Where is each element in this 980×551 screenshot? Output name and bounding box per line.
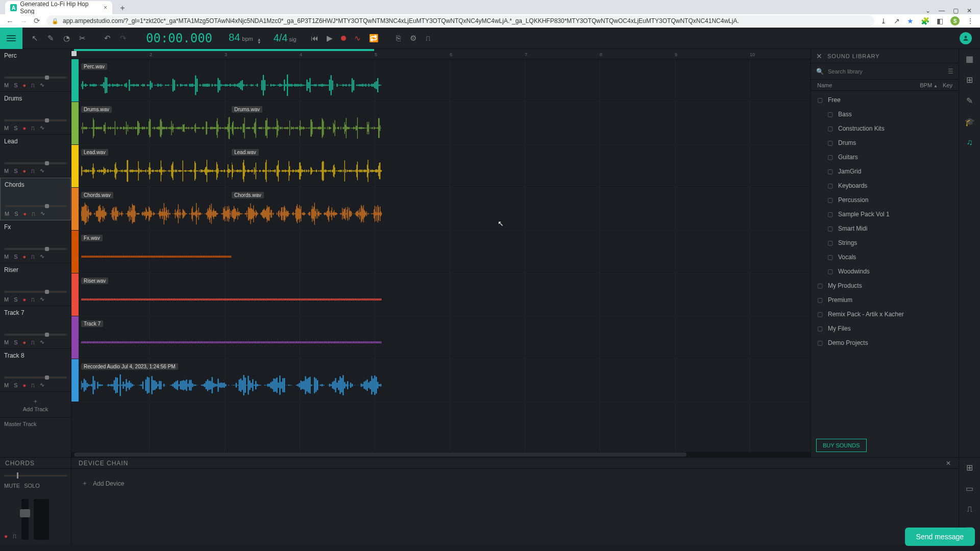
mute-button[interactable]: M [4,296,9,303]
library-folder[interactable]: ▢Smart Midi [811,221,959,236]
track-header[interactable]: Fx M S ● ⎍ ∿ [0,220,71,263]
mute-button[interactable]: M [4,339,9,345]
maximize-icon[interactable]: ▢ [953,7,959,14]
audio-clip[interactable]: Fx.wav [81,244,232,269]
rail-icon-2[interactable]: ⊞ [966,75,973,85]
automation-icon[interactable]: ∿ [354,34,361,43]
automation-icon[interactable]: ∿ [40,253,44,260]
volume-fader[interactable] [21,499,29,540]
solo-button[interactable]: S [14,125,17,131]
timeline[interactable]: 2345678910 Perc.wavDrums.wavDrums.wavLea… [71,49,811,457]
library-tree[interactable]: ▢Free▢Bass▢Construction Kits▢Drums▢Guita… [811,91,959,434]
mixer-icon[interactable]: ⎍ [426,34,430,42]
automation-icon[interactable]: ∿ [40,82,44,88]
track-lane[interactable]: Recorded Audio Jul 4, 2023, 1:24:56 PM [71,359,811,402]
arm-record-icon[interactable]: ● [23,82,27,88]
lane-content[interactable]: Track 7 [79,316,811,359]
rail-icon-4[interactable]: 🎓 [965,117,975,127]
audio-clip[interactable]: Chords.wav [232,201,382,227]
audio-clip[interactable]: Chords.wav [81,201,232,227]
track-header[interactable]: Perc M S ● ⎍ ∿ [0,49,71,92]
arm-record-icon[interactable]: ● [23,296,27,303]
scissors-tool-icon[interactable]: ✂ [79,34,86,43]
track-lane[interactable]: Lead.wavLead.wav [71,145,811,188]
library-folder[interactable]: ▢Drums [811,136,959,150]
buy-sounds-button[interactable]: BUY SOUNDS [816,439,867,452]
arm-record-icon[interactable]: ● [23,382,27,388]
track-volume-slider[interactable] [5,205,66,207]
browser-tab[interactable]: A Generated Lo-Fi Hip Hop Song × [5,1,112,14]
mute-button[interactable]: M [4,125,9,131]
audio-clip[interactable]: Perc.wav [81,72,382,98]
eq-icon[interactable]: ⎍ [13,533,16,540]
add-device-button[interactable]: ＋ Add Device [82,479,948,488]
track-header[interactable]: Lead M S ● ⎍ ∿ [0,135,71,178]
library-folder[interactable]: ▢My Files [811,321,959,336]
record-button[interactable] [341,36,346,41]
track-lane[interactable]: Perc.wav [71,59,811,102]
mute-button[interactable]: M [4,382,9,388]
library-folder[interactable]: ▢Guitars [811,150,959,164]
track-lane[interactable]: Fx.wav [71,231,811,273]
eq-icon[interactable]: ⎍ [31,125,35,131]
library-folder[interactable]: ▢Remix Pack - Artik x Kacher [811,307,959,321]
user-avatar[interactable] [960,32,972,44]
eq-icon[interactable]: ⎍ [31,168,35,174]
lane-content[interactable]: Lead.wavLead.wav [79,145,811,187]
loop-region[interactable] [74,49,374,51]
extensions-icon[interactable]: 🧩 [921,17,929,25]
tracks-area[interactable]: Perc.wavDrums.wavDrums.wavLead.wavLead.w… [71,59,811,457]
arm-record-icon[interactable]: ● [23,254,27,260]
chevron-down-icon[interactable]: ⌄ [925,7,930,14]
tool-b-icon[interactable]: ⚙ [410,34,416,43]
library-folder[interactable]: ▢Sample Pack Vol 1 [811,207,959,221]
track-lane[interactable]: Riser.wav [71,273,811,316]
minimize-icon[interactable]: — [939,7,945,14]
audio-clip[interactable]: Recorded Audio Jul 4, 2023, 1:24:56 PM [81,372,382,398]
automation-icon[interactable]: ∿ [40,167,44,174]
track-header[interactable]: Drums M S ● ⎍ ∿ [0,92,71,135]
library-folder[interactable]: ▢Keyboards [811,179,959,193]
profile-avatar[interactable]: S [950,16,960,26]
lane-content[interactable]: Fx.wav [79,231,811,273]
forward-button[interactable]: → [20,17,28,26]
share-icon[interactable]: ↗ [894,17,900,25]
automation-icon[interactable]: ∿ [40,296,44,303]
track-volume-slider[interactable] [4,119,67,121]
rewind-button[interactable]: ⏮ [311,34,318,42]
eq-icon[interactable]: ⎍ [31,296,35,303]
arm-record-icon[interactable]: ● [23,125,27,131]
arm-record-icon[interactable]: ● [4,533,8,540]
send-message-button[interactable]: Send message [905,528,975,546]
eq-icon[interactable]: ⎍ [32,211,35,217]
solo-button[interactable]: S [14,168,17,174]
lane-content[interactable]: Recorded Audio Jul 4, 2023, 1:24:56 PM [79,359,811,402]
track-volume-slider[interactable] [4,291,67,293]
eq-icon[interactable]: ⎍ [31,382,35,388]
audio-clip[interactable]: Lead.wav [232,158,382,184]
track-header[interactable]: Track 8 M S ● ⎍ ∿ [0,349,71,392]
track-volume-slider[interactable] [4,77,67,79]
solo-button[interactable]: S [14,296,17,303]
tool-a-icon[interactable]: ⎘ [396,34,401,42]
solo-button[interactable]: S [14,82,17,88]
solo-button[interactable]: S [14,339,17,345]
pan-slider[interactable] [4,475,67,477]
mute-button[interactable]: M [4,168,9,174]
audio-clip[interactable]: Drums.wav [81,115,232,141]
track-lane[interactable]: Chords.wavChords.wav [71,188,811,231]
audio-clip[interactable]: Riser.wav [81,287,382,312]
arm-record-icon[interactable]: ● [23,168,27,174]
pencil-tool-icon[interactable]: ✎ [47,34,54,43]
back-button[interactable]: ← [6,17,14,26]
bpm-display[interactable]: 84 bpm ▲▼ [223,32,267,44]
redo-button[interactable]: ↷ [120,34,127,43]
url-field[interactable]: 🔒 app.ampedstudio.com/?_gl=1*zkt20c*_ga*… [46,15,874,27]
solo-button[interactable]: S [14,211,18,217]
br-icon-2[interactable]: ▭ [966,484,973,493]
track-volume-slider[interactable] [4,377,67,379]
lane-content[interactable]: Chords.wavChords.wav [79,188,811,230]
library-folder[interactable]: ▢Premium [811,293,959,307]
master-track-label[interactable]: Master Track [0,417,71,430]
track-header[interactable]: Chords M S ● ⎍ ∿ [0,178,71,220]
